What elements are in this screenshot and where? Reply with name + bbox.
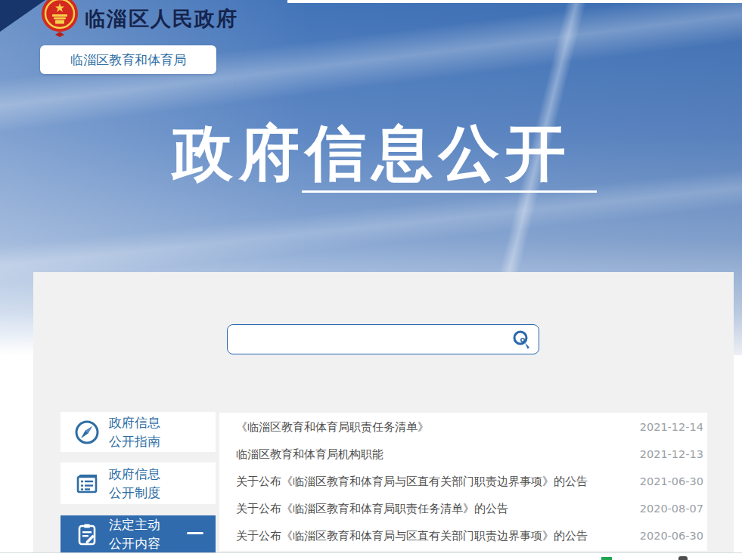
title-underline [302, 190, 597, 193]
list-item-date: 2020-06-30 [640, 530, 703, 542]
department-button[interactable]: 临淄区教育和体育局 [40, 45, 216, 74]
list-item-title[interactable]: 临淄区教育和体育局机构职能 [236, 447, 631, 462]
sidebar-label-line1: 政府信息 [109, 413, 160, 432]
ledger-icon [74, 471, 100, 497]
search-button[interactable] [511, 330, 532, 351]
list-item[interactable]: 临淄区教育和体育局机构职能 2021-12-13 [219, 441, 707, 468]
list-item[interactable]: 关于公布《临淄区教育和体育局与区直有关部门职责边界事项》的公告 2021-06-… [219, 468, 707, 495]
sidebar-item-label: 法定主动 公开内容 [109, 515, 160, 553]
list-item-date: 2021-12-14 [640, 421, 703, 433]
list-item-title[interactable]: 关于公布《临淄区教育和体育局职责任务清单》的公告 [236, 502, 631, 516]
sidebar-item-open-guide[interactable]: 政府信息 公开指南 [61, 412, 216, 452]
list-item-title[interactable]: 关于公布《临淄区教育和体育局与区直有关部门职责边界事项》的公告 [236, 475, 631, 489]
sidebar-item-statutory-disclosure[interactable]: 法定主动 公开内容 [61, 515, 216, 552]
sidebar-item-label: 政府信息 公开制度 [109, 465, 160, 503]
page: 临淄区人民政府 临淄区教育和体育局 政府信息公开 政府信息 公开指南 [0, 0, 742, 560]
clipboard-pencil-icon [74, 521, 100, 547]
sidebar-label-line1: 法定主动 [109, 515, 160, 534]
top-white-strip [287, 0, 742, 3]
list-item[interactable]: 关于公布《临淄区教育和体育局职责任务清单》的公告 2020-08-07 [219, 495, 707, 522]
sidebar-label-line1: 政府信息 [109, 465, 160, 484]
compass-icon [74, 419, 100, 445]
clipped-dark-icon [678, 556, 688, 560]
sidebar-item-label: 政府信息 公开指南 [109, 413, 160, 451]
department-button-label: 临淄区教育和体育局 [70, 51, 186, 69]
site-title-link[interactable]: 临淄区人民政府 [85, 5, 238, 32]
list-item-title[interactable]: 《临淄区教育和体育局职责任务清单》 [236, 420, 631, 435]
list-item-date: 2020-08-07 [640, 503, 703, 515]
list-item-date: 2021-06-30 [640, 475, 703, 487]
minus-icon[interactable] [187, 532, 203, 534]
document-list: 《临淄区教育和体育局职责任务清单》 2021-12-14 临淄区教育和体育局机构… [219, 413, 707, 551]
sidebar-item-open-rules[interactable]: 政府信息 公开制度 [61, 463, 216, 504]
search-bar [227, 324, 539, 354]
search-input[interactable] [228, 325, 539, 354]
list-item-title[interactable]: 关于公布《临淄区教育和体育局与区直有关部门职责边界事项》的公告 [236, 529, 631, 543]
sidebar-label-line2: 公开内容 [109, 534, 160, 553]
sidebar-label-line2: 公开制度 [109, 484, 160, 503]
page-title: 政府信息公开 [172, 113, 572, 195]
panel-bottom-border [0, 552, 742, 553]
list-item-date: 2021-12-13 [640, 448, 703, 460]
sidebar-label-line2: 公开指南 [109, 432, 160, 451]
list-item[interactable]: 关于公布《临淄区教育和体育局与区直有关部门职责边界事项》的公告 2020-06-… [219, 522, 707, 549]
clipped-green-icon [601, 557, 612, 560]
list-item[interactable]: 《临淄区教育和体育局职责任务清单》 2021-12-14 [219, 413, 707, 441]
national-emblem-icon [41, 0, 79, 37]
search-icon [511, 330, 532, 351]
